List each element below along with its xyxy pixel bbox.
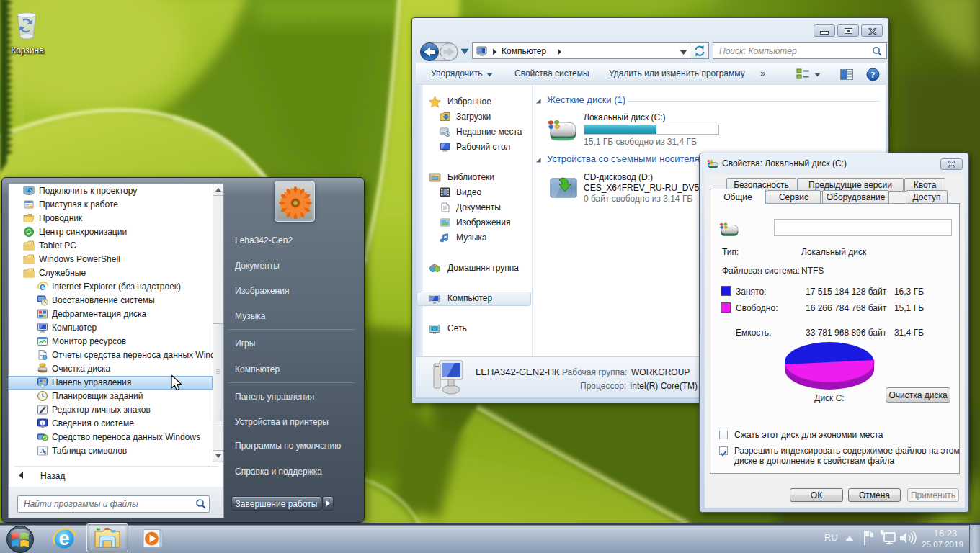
svg-text:e: e [58,528,69,549]
svg-text:?: ? [871,70,876,80]
